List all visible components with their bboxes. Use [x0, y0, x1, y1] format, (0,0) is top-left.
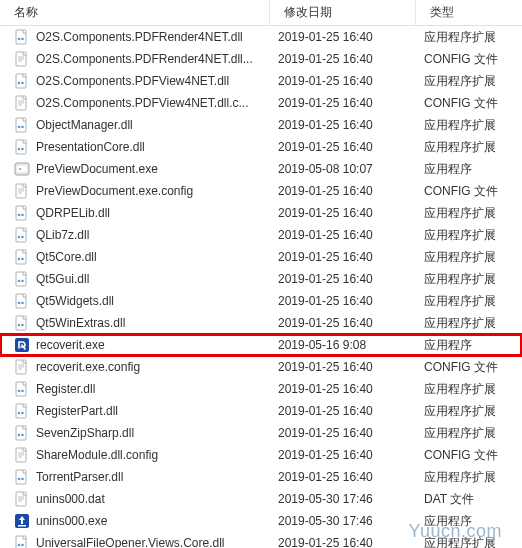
file-row[interactable]: Qt5Core.dll2019-01-25 16:40应用程序扩展	[0, 246, 522, 268]
file-type-cell: 应用程序扩展	[416, 205, 516, 222]
file-row[interactable]: O2S.Components.PDFRender4NET.dll...2019-…	[0, 48, 522, 70]
file-row[interactable]: O2S.Components.PDFRender4NET.dll2019-01-…	[0, 26, 522, 48]
file-name-label: PreViewDocument.exe.config	[36, 184, 193, 198]
file-row[interactable]: PreViewDocument.exe2019-05-08 10:07应用程序	[0, 158, 522, 180]
file-row[interactable]: TorrentParser.dll2019-01-25 16:40应用程序扩展	[0, 466, 522, 488]
file-type-cell: CONFIG 文件	[416, 51, 516, 68]
file-date-cell: 2019-01-25 16:40	[270, 316, 416, 330]
file-name-label: O2S.Components.PDFView4NET.dll.c...	[36, 96, 249, 110]
file-name-cell: PreViewDocument.exe.config	[0, 183, 270, 199]
file-row[interactable]: ShareModule.dll.config2019-01-25 16:40CO…	[0, 444, 522, 466]
file-row[interactable]: PresentationCore.dll2019-01-25 16:40应用程序…	[0, 136, 522, 158]
svg-point-22	[19, 168, 21, 170]
file-row[interactable]: O2S.Components.PDFView4NET.dll2019-01-25…	[0, 70, 522, 92]
dll-icon	[14, 535, 30, 548]
file-date-cell: 2019-01-25 16:40	[270, 404, 416, 418]
file-name-label: PreViewDocument.exe	[36, 162, 158, 176]
file-row[interactable]: ObjectManager.dll2019-01-25 16:40应用程序扩展	[0, 114, 522, 136]
file-date-cell: 2019-01-25 16:40	[270, 536, 416, 548]
dll-icon	[14, 73, 30, 89]
config-icon	[14, 447, 30, 463]
svg-point-31	[18, 236, 21, 239]
file-row[interactable]: recoverit.exe.config2019-01-25 16:40CONF…	[0, 356, 522, 378]
file-row[interactable]: QLib7z.dll2019-01-25 16:40应用程序扩展	[0, 224, 522, 246]
file-name-cell: unins000.exe	[0, 513, 270, 529]
file-type-cell: 应用程序扩展	[416, 139, 516, 156]
dll-icon	[14, 29, 30, 45]
file-name-label: TorrentParser.dll	[36, 470, 123, 484]
file-date-cell: 2019-01-25 16:40	[270, 426, 416, 440]
config-icon	[14, 183, 30, 199]
column-header-name-label: 名称	[14, 4, 38, 21]
dll-icon	[14, 249, 30, 265]
file-type-cell: 应用程序扩展	[416, 469, 516, 486]
file-name-cell: PresentationCore.dll	[0, 139, 270, 155]
file-name-label: Qt5Gui.dll	[36, 272, 89, 286]
file-row[interactable]: SevenZipSharp.dll2019-01-25 16:40应用程序扩展	[0, 422, 522, 444]
file-type-cell: 应用程序扩展	[416, 227, 516, 244]
file-list[interactable]: O2S.Components.PDFRender4NET.dll2019-01-…	[0, 26, 522, 548]
column-header-date-label: 修改日期	[284, 4, 332, 21]
file-date-cell: 2019-05-08 10:07	[270, 162, 416, 176]
file-row[interactable]: QDRPELib.dll2019-01-25 16:40应用程序扩展	[0, 202, 522, 224]
file-row[interactable]: RegisterPart.dll2019-01-25 16:40应用程序扩展	[0, 400, 522, 422]
svg-rect-33	[16, 250, 26, 264]
svg-rect-27	[16, 206, 26, 220]
file-date-cell: 2019-01-25 16:40	[270, 118, 416, 132]
column-header-row: 名称 修改日期 类型	[0, 0, 522, 26]
file-name-cell: RegisterPart.dll	[0, 403, 270, 419]
file-name-label: unins000.exe	[36, 514, 107, 528]
exe-preview-icon	[14, 161, 30, 177]
file-date-cell: 2019-01-25 16:40	[270, 52, 416, 66]
file-name-cell: O2S.Components.PDFView4NET.dll.c...	[0, 95, 270, 111]
column-header-type[interactable]: 类型	[416, 0, 516, 25]
file-date-cell: 2019-01-25 16:40	[270, 470, 416, 484]
file-row[interactable]: unins000.dat2019-05-30 17:46DAT 文件	[0, 488, 522, 510]
file-type-cell: 应用程序扩展	[416, 535, 516, 549]
svg-rect-39	[16, 294, 26, 308]
exe-uninstall-icon	[14, 513, 30, 529]
file-row[interactable]: Qt5Gui.dll2019-01-25 16:40应用程序扩展	[0, 268, 522, 290]
file-row[interactable]: unins000.exe2019-05-30 17:46应用程序	[0, 510, 522, 532]
file-name-label: ShareModule.dll.config	[36, 448, 158, 462]
svg-point-64	[18, 478, 21, 481]
file-name-label: O2S.Components.PDFRender4NET.dll	[36, 30, 243, 44]
svg-rect-56	[16, 426, 26, 440]
dll-icon	[14, 403, 30, 419]
file-row[interactable]: Register.dll2019-01-25 16:40应用程序扩展	[0, 378, 522, 400]
file-name-label: Qt5Widgets.dll	[36, 294, 114, 308]
svg-point-40	[18, 302, 21, 305]
file-row[interactable]: Qt5Widgets.dll2019-01-25 16:40应用程序扩展	[0, 290, 522, 312]
dll-icon	[14, 117, 30, 133]
svg-rect-17	[16, 140, 26, 154]
file-row[interactable]: PreViewDocument.exe.config2019-01-25 16:…	[0, 180, 522, 202]
column-header-type-label: 类型	[430, 4, 454, 21]
file-type-cell: 应用程序扩展	[416, 271, 516, 288]
file-type-cell: 应用程序	[416, 161, 516, 178]
file-type-cell: 应用程序扩展	[416, 425, 516, 442]
file-name-label: recoverit.exe.config	[36, 360, 140, 374]
file-row[interactable]: UniversalFileOpener.Views.Core.dll2019-0…	[0, 532, 522, 548]
file-row[interactable]: recoverit.exe2019-05-16 9:08应用程序	[0, 334, 522, 356]
file-date-cell: 2019-01-25 16:40	[270, 140, 416, 154]
file-name-label: unins000.dat	[36, 492, 105, 506]
file-type-cell: 应用程序扩展	[416, 293, 516, 310]
file-row[interactable]: Qt5WinExtras.dll2019-01-25 16:40应用程序扩展	[0, 312, 522, 334]
config-icon	[14, 95, 30, 111]
file-name-label: QLib7z.dll	[36, 228, 89, 242]
file-name-cell: recoverit.exe	[0, 337, 270, 353]
file-name-label: QDRPELib.dll	[36, 206, 110, 220]
svg-point-16	[21, 126, 24, 129]
file-row[interactable]: O2S.Components.PDFView4NET.dll.c...2019-…	[0, 92, 522, 114]
column-header-name[interactable]: 名称	[0, 0, 270, 25]
file-type-cell: CONFIG 文件	[416, 183, 516, 200]
svg-rect-71	[18, 525, 26, 527]
svg-rect-7	[16, 74, 26, 88]
svg-point-2	[21, 38, 24, 41]
file-name-label: O2S.Components.PDFView4NET.dll	[36, 74, 229, 88]
svg-rect-63	[16, 470, 26, 484]
column-header-date[interactable]: 修改日期	[270, 0, 416, 25]
file-type-cell: 应用程序扩展	[416, 315, 516, 332]
dll-icon	[14, 293, 30, 309]
file-name-cell: UniversalFileOpener.Views.Core.dll	[0, 535, 270, 548]
